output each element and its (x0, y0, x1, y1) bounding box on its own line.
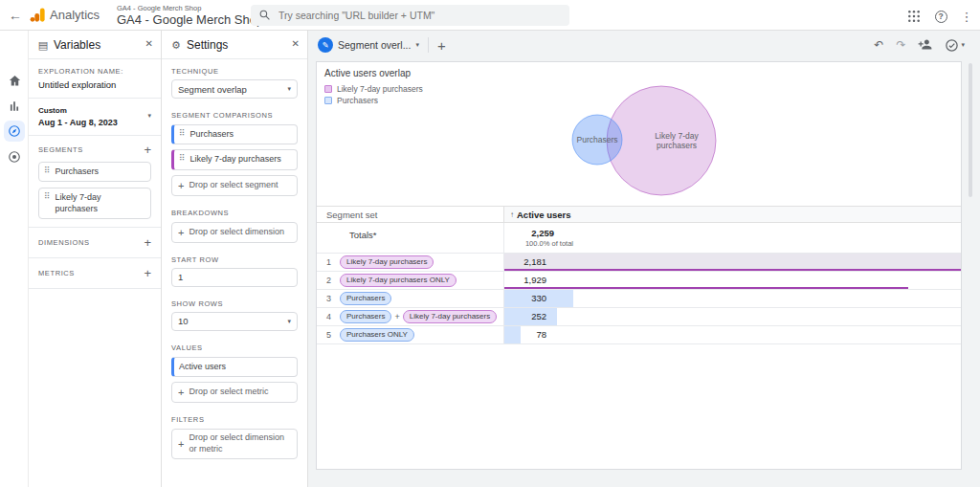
drop-metric-label: Drop or select metric (189, 387, 268, 398)
chevron-down-icon[interactable]: ▾ (415, 41, 419, 49)
share-person-add-icon[interactable] (918, 37, 932, 54)
legend-item: Purchasers (324, 95, 423, 106)
table-row[interactable]: 4Purchasers+Likely 7-day purchasers252 (317, 308, 961, 326)
row-index: 3 (326, 290, 331, 307)
more-menu-icon[interactable]: ⋮ (958, 8, 975, 25)
breakdowns-label: BREAKDOWNS (171, 209, 298, 217)
date-range-section[interactable]: Custom Aug 1 - Aug 8, 2023 ▾ (29, 99, 161, 136)
tab-bar: ✎ Segment overl... ▾ + ↶ ↷ ▾ (308, 31, 980, 59)
variables-panel: ▤ Variables ✕ EXPLORATION NAME: Untitled… (29, 31, 162, 487)
value-text: 330 (504, 290, 546, 307)
drop-filter-target[interactable]: + Drop or select dimension or metric (171, 429, 298, 459)
canvas-scrollbar[interactable] (969, 63, 972, 197)
exploration-name-value[interactable]: Untitled exploration (38, 79, 151, 90)
chevron-down-icon: ▾ (961, 41, 965, 49)
breadcrumb[interactable]: GA4 - Google Merch Shop (117, 4, 201, 12)
exploration-canvas: ✎ Segment overl... ▾ + ↶ ↷ ▾ Active user… (308, 31, 980, 487)
value-text: 78 (504, 326, 546, 343)
close-icon[interactable]: ✕ (145, 38, 153, 49)
drop-filter-label: Drop or select dimension or metric (189, 432, 291, 454)
back-arrow-icon[interactable]: ← (6, 6, 25, 25)
drag-handle-icon: ⠿ (179, 154, 186, 163)
chevron-down-icon: ▾ (287, 318, 291, 325)
add-tab-button[interactable]: + (437, 38, 446, 53)
start-row-input[interactable]: 1 (171, 268, 298, 287)
table-row[interactable]: 1Likely 7-day purchasers2,181 (317, 254, 961, 272)
close-icon[interactable]: ✕ (292, 38, 300, 49)
legend-label: Purchasers (337, 96, 378, 105)
help-icon[interactable]: ? (932, 8, 949, 25)
value-text: 2,181 (504, 254, 546, 271)
chevron-down-icon: ▾ (287, 85, 291, 93)
apps-grid-icon[interactable] (905, 8, 923, 25)
segment-chip: Purchasers (340, 310, 391, 323)
home-icon[interactable] (7, 73, 22, 88)
segments-label: SEGMENTS (38, 145, 83, 154)
variables-segment-chip[interactable]: ⠿Purchasers (38, 162, 151, 182)
breakdowns-group: BREAKDOWNS + Drop or select dimension (171, 209, 298, 243)
chart-title: Active users overlap (324, 68, 411, 78)
drop-segment-target[interactable]: + Drop or select segment (171, 175, 298, 196)
search-bar[interactable] (251, 5, 569, 26)
chevron-down-icon[interactable]: ▾ (147, 112, 151, 120)
advertising-icon[interactable] (7, 149, 22, 165)
show-rows-group: SHOW ROWS 10 ▾ (171, 299, 298, 331)
add-segment-icon[interactable]: + (144, 144, 151, 156)
drop-metric-target[interactable]: + Drop or select metric (171, 382, 298, 403)
table-row[interactable]: 2Likely 7-day purchasers ONLY1,929 (317, 272, 961, 290)
tab-segment-overlap[interactable]: ✎ Segment overl... ▾ (318, 37, 419, 53)
explore-icon[interactable] (4, 121, 25, 142)
values-list: Active users (171, 357, 298, 377)
variables-panel-icon: ▤ (36, 38, 50, 52)
segment-set-header[interactable]: Segment set (326, 207, 377, 224)
active-users-header[interactable]: ↑ Active users (503, 207, 961, 222)
undo-icon[interactable]: ↶ (874, 39, 883, 51)
row-segments: Likely 7-day purchasers (340, 255, 434, 269)
segment-chip: Purchasers (340, 292, 391, 305)
technique-select[interactable]: Segment overlap ▾ (171, 79, 298, 99)
segment-table: Segment set ↑ Active users Totals* 2,259… (317, 206, 961, 344)
segment-comparison-chip[interactable]: ⠿Likely 7-day purchasers (171, 149, 298, 169)
variables-segment-chip[interactable]: ⠿Likely 7-day purchasers (38, 188, 151, 219)
metrics-section: METRICS + (29, 258, 161, 289)
value-cell: 1,929 (503, 272, 961, 289)
row-segments: Purchasers+Likely 7-day purchasers (340, 310, 497, 323)
table-row[interactable]: 5Purchasers ONLY78 (317, 326, 961, 344)
segment-comparisons-group: SEGMENT COMPARISONS ⠿Purchasers⠿Likely 7… (171, 111, 298, 196)
exploration-name-label: EXPLORATION NAME: (38, 67, 151, 76)
top-header: ← Analytics GA4 - Google Merch Shop GA4 … (0, 0, 980, 31)
segment-comparison-chip[interactable]: ⠿Purchasers (171, 124, 298, 144)
segment-chip: Purchasers ONLY (340, 328, 414, 342)
segment-chip: Likely 7-day purchasers (403, 310, 497, 323)
exploration-name-section: EXPLORATION NAME: Untitled exploration (29, 59, 161, 99)
segments-section: SEGMENTS + ⠿Purchasers⠿Likely 7-day purc… (29, 136, 161, 228)
value-chip[interactable]: Active users (171, 357, 298, 377)
venn-diagram[interactable]: Purchasers Likely 7-daypurchasers (518, 68, 824, 200)
start-row-value: 1 (178, 272, 183, 282)
row-segments: Purchasers (340, 292, 391, 305)
variables-segments-list: ⠿Purchasers⠿Likely 7-day purchasers (38, 162, 151, 219)
value-label: Active users (179, 362, 226, 372)
table-row[interactable]: 3Purchasers330 (317, 290, 961, 308)
question-mark-icon: ? (935, 11, 947, 23)
variables-panel-header: ▤ Variables ✕ (29, 31, 161, 59)
value-text: 1,929 (504, 272, 546, 289)
legend-swatch-blue (324, 97, 332, 104)
metrics-label: METRICS (38, 269, 75, 277)
property-title[interactable]: GA4 - Google Merch Shop (117, 12, 263, 27)
drop-segment-label: Drop or select segment (189, 180, 278, 191)
row-segments: Likely 7-day purchasers ONLY (340, 274, 457, 287)
show-rows-select[interactable]: 10 ▾ (171, 312, 298, 331)
search-input[interactable] (278, 10, 546, 21)
legend-swatch-purple (324, 85, 332, 93)
row-index: 4 (326, 308, 331, 325)
reports-icon[interactable] (7, 99, 22, 114)
add-dimension-icon[interactable]: + (144, 236, 151, 249)
drop-dimension-target[interactable]: + Drop or select dimension (171, 222, 298, 243)
export-status-button[interactable]: ▾ (945, 38, 965, 53)
date-range-value: Aug 1 - Aug 8, 2023 (38, 118, 151, 127)
add-metric-icon[interactable]: + (144, 267, 151, 279)
technique-value: Segment overlap (178, 84, 247, 95)
redo-icon[interactable]: ↷ (896, 39, 905, 51)
analytics-logo-icon (29, 6, 47, 26)
